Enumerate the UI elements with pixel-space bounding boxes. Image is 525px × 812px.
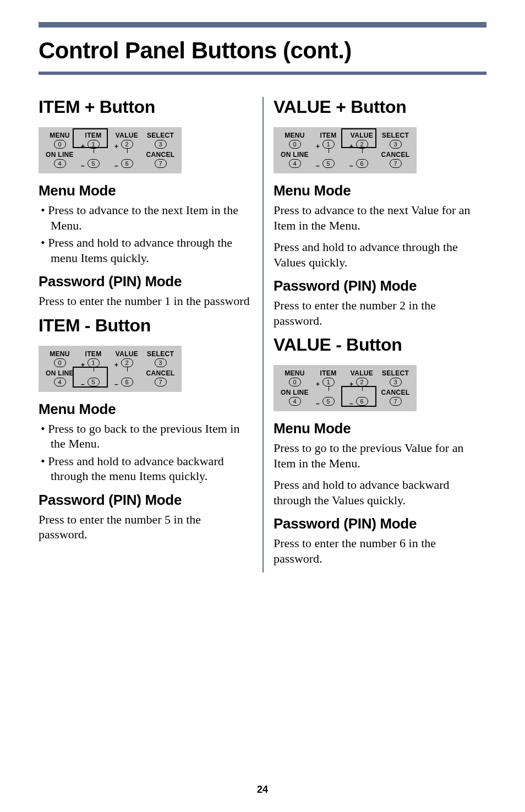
plus-sign-icon: + — [81, 361, 85, 369]
panel-button-4: 4 — [289, 159, 301, 168]
minus-sign-icon: – — [349, 162, 353, 170]
title-rule — [39, 72, 486, 75]
section-title-item-plus: ITEM + Button — [39, 97, 253, 117]
tick-icon — [94, 367, 95, 372]
heading-menu-mode: Menu Mode — [39, 182, 253, 199]
panel-button-1: 1 — [88, 140, 100, 149]
panel-button-0: 0 — [54, 140, 66, 149]
minus-sign-icon: – — [316, 400, 320, 407]
panel-button-3: 3 — [155, 358, 167, 367]
panel-button-6: 6 — [356, 397, 368, 406]
panel-label-item: ITEM — [85, 132, 102, 139]
panel-button-2: 2 — [356, 140, 368, 149]
panel-diagram-item-minus: MENU0 ITEM1+ VALUE2+ SELECT3 ON LINE4 5–… — [39, 346, 182, 392]
panel-button-2: 2 — [121, 358, 133, 367]
panel-label-cancel: CANCEL — [146, 151, 175, 159]
panel-button-5: 5 — [88, 159, 100, 168]
menu-mode-list: Press to advance to the next Item in the… — [39, 203, 253, 265]
minus-sign-icon: – — [81, 380, 85, 388]
tick-icon — [362, 386, 363, 391]
panel-button-3: 3 — [390, 378, 402, 386]
heading-menu-mode: Menu Mode — [274, 420, 486, 437]
menu-mode-para: Press and hold to advance backward throu… — [274, 477, 486, 508]
section-title-value-plus: VALUE + Button — [274, 97, 486, 117]
minus-sign-icon: – — [349, 400, 353, 407]
panel-button-4: 4 — [289, 397, 301, 406]
plus-sign-icon: + — [349, 380, 353, 388]
page-number: 24 — [0, 784, 525, 795]
panel-label-online: ON LINE — [281, 389, 309, 396]
heading-pin-mode: Password (PIN) Mode — [39, 492, 253, 509]
panel-label-online: ON LINE — [46, 369, 74, 377]
panel-label-select: SELECT — [382, 369, 409, 377]
panel-label-value: VALUE — [116, 350, 138, 358]
menu-mode-para: Press to go to the previous Value for an… — [274, 440, 486, 471]
panel-label-value: VALUE — [351, 369, 373, 377]
minus-sign-icon: – — [114, 380, 118, 388]
tick-icon — [94, 149, 95, 153]
panel-button-3: 3 — [390, 140, 402, 149]
heading-menu-mode: Menu Mode — [39, 401, 253, 418]
heading-pin-mode: Password (PIN) Mode — [274, 277, 486, 295]
top-accent-bar — [39, 22, 486, 28]
panel-label-cancel: CANCEL — [381, 151, 410, 159]
heading-pin-mode: Password (PIN) Mode — [39, 273, 253, 290]
plus-sign-icon: + — [81, 143, 85, 150]
list-item: Press to advance to the next Item in the… — [41, 203, 253, 233]
panel-button-0: 0 — [54, 358, 66, 367]
panel-label-item: ITEM — [320, 369, 337, 377]
panel-label-menu: MENU — [50, 132, 70, 139]
panel-label-online: ON LINE — [281, 151, 309, 159]
panel-button-6: 6 — [121, 378, 133, 386]
panel-button-7: 7 — [155, 378, 167, 386]
menu-mode-list: Press to go back to the previous Item in… — [39, 421, 253, 484]
panel-diagram-value-minus: MENU0 ITEM1+ VALUE2+ SELECT3 ON LINE4 5–… — [274, 365, 417, 411]
panel-label-cancel: CANCEL — [381, 389, 410, 396]
panel-button-7: 7 — [390, 397, 402, 406]
panel-button-1: 1 — [322, 378, 335, 386]
menu-mode-para: Press to advance to the next Value for a… — [274, 203, 486, 233]
panel-button-2: 2 — [356, 378, 368, 386]
panel-button-6: 6 — [356, 159, 368, 168]
section-title-item-minus: ITEM - Button — [39, 315, 253, 336]
panel-label-cancel: CANCEL — [146, 369, 175, 377]
panel-button-5: 5 — [88, 378, 100, 386]
panel-label-select: SELECT — [147, 350, 174, 358]
panel-label-value: VALUE — [116, 132, 138, 139]
panel-label-menu: MENU — [50, 350, 70, 358]
pin-text: Press to enter the number 6 in the passw… — [274, 536, 486, 566]
panel-label-item: ITEM — [85, 350, 102, 358]
panel-label-online: ON LINE — [46, 151, 74, 159]
panel-button-1: 1 — [88, 358, 100, 367]
pin-text: Press to enter the number 5 in the passw… — [39, 512, 253, 542]
plus-sign-icon: + — [114, 143, 118, 150]
plus-sign-icon: + — [349, 143, 353, 150]
section-title-value-minus: VALUE - Button — [274, 335, 486, 355]
panel-button-2: 2 — [121, 140, 133, 149]
tick-icon — [329, 149, 330, 153]
panel-button-7: 7 — [390, 159, 402, 168]
tick-icon — [362, 149, 363, 153]
panel-button-5: 5 — [322, 159, 335, 168]
panel-button-6: 6 — [121, 159, 133, 168]
panel-button-1: 1 — [322, 140, 335, 149]
plus-sign-icon: + — [316, 380, 320, 388]
minus-sign-icon: – — [316, 162, 320, 170]
plus-sign-icon: + — [114, 361, 118, 369]
page-title: Control Panel Buttons (cont.) — [39, 37, 486, 64]
right-column: VALUE + Button MENU0 ITEM1+ VALUE2+ SELE… — [262, 97, 486, 573]
panel-label-select: SELECT — [147, 132, 174, 139]
minus-sign-icon: – — [114, 162, 118, 170]
panel-label-item: ITEM — [320, 132, 337, 139]
panel-label-menu: MENU — [285, 369, 305, 377]
tick-icon — [127, 149, 128, 153]
menu-mode-para: Press and hold to advance through the Va… — [274, 239, 486, 270]
heading-pin-mode: Password (PIN) Mode — [274, 515, 486, 532]
panel-button-0: 0 — [289, 140, 301, 149]
pin-text: Press to enter the number 1 in the passw… — [39, 293, 253, 309]
list-item: Press and hold to advance through the me… — [41, 235, 253, 265]
list-item: Press and hold to advance backward throu… — [41, 454, 253, 484]
plus-sign-icon: + — [316, 143, 320, 150]
panel-button-7: 7 — [155, 159, 167, 168]
panel-label-menu: MENU — [285, 132, 305, 139]
